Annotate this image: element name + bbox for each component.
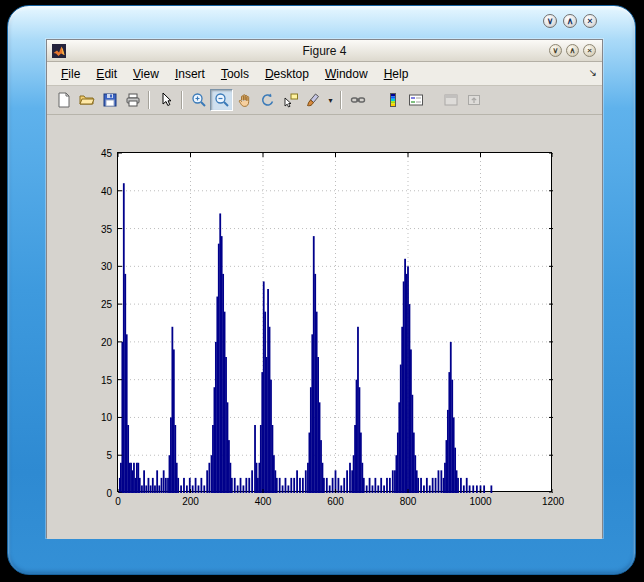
zoom-out-icon	[214, 92, 230, 108]
y-tick-label: 0	[106, 488, 112, 499]
insert-colorbar-icon	[385, 92, 401, 108]
y-tick-label: 35	[101, 223, 112, 234]
data-cursor-icon	[283, 92, 299, 108]
y-tick-label: 20	[101, 336, 112, 347]
y-tick-label: 25	[101, 299, 112, 310]
x-tick-label: 1000	[469, 496, 491, 507]
zoom-out-button[interactable]	[210, 89, 233, 111]
x-tick-label: 0	[115, 496, 121, 507]
menu-view[interactable]: View	[125, 64, 167, 84]
save-figure-icon	[102, 92, 118, 108]
matlab-figure-window: Figure 4 ∨ ∧ × File Edit View Insert Too…	[46, 39, 603, 538]
figure-toolbar: ▾	[47, 86, 602, 115]
hide-plot-tools-icon	[443, 92, 459, 108]
open-file-icon	[79, 92, 95, 108]
y-tick-label: 40	[101, 185, 112, 196]
frame-shade-button[interactable]: ∨	[543, 14, 557, 28]
x-tick-label: 800	[400, 496, 417, 507]
insert-legend-button[interactable]	[404, 89, 427, 111]
menu-file[interactable]: File	[53, 64, 88, 84]
minimize-button[interactable]: ∨	[549, 44, 562, 57]
x-tick-label: 200	[182, 496, 199, 507]
link-plot-icon	[350, 92, 366, 108]
figure-canvas: 020040060080010001200051015202530354045	[47, 115, 602, 539]
window-title: Figure 4	[47, 44, 602, 58]
frame-unshade-button[interactable]: ∧	[563, 14, 577, 28]
pan-button[interactable]	[233, 89, 256, 111]
open-file-button[interactable]	[75, 89, 98, 111]
brush-icon	[306, 92, 322, 108]
x-tick-label: 600	[327, 496, 344, 507]
menu-insert[interactable]: Insert	[167, 64, 213, 84]
desktop-window-frame: ∨ ∧ × Figure 4 ∨ ∧ × File Edit View Inse…	[7, 5, 636, 575]
maximize-button[interactable]: ∧	[566, 44, 579, 57]
dock-figure-button[interactable]	[462, 89, 485, 111]
new-figure-icon	[56, 92, 72, 108]
zoom-in-button[interactable]	[187, 89, 210, 111]
x-tick-label: 400	[255, 496, 272, 507]
menu-help[interactable]: Help	[376, 64, 417, 84]
toolbar-separator	[340, 91, 342, 109]
toolbar-separator	[181, 91, 183, 109]
menu-window[interactable]: Window	[317, 64, 376, 84]
y-tick-label: 45	[101, 148, 112, 159]
plot-axes[interactable]: 020040060080010001200051015202530354045	[117, 152, 552, 492]
menu-tools[interactable]: Tools	[213, 64, 257, 84]
close-button[interactable]: ×	[583, 44, 596, 57]
edit-plot-arrow-icon	[158, 92, 174, 108]
dock-figure-icon	[466, 92, 482, 108]
rotate-3d-icon	[260, 92, 276, 108]
new-figure-button[interactable]	[52, 89, 75, 111]
insert-legend-icon	[408, 92, 424, 108]
hide-plot-tools-button[interactable]	[439, 89, 462, 111]
save-figure-button[interactable]	[98, 89, 121, 111]
edit-plot-button[interactable]	[154, 89, 177, 111]
print-figure-button[interactable]	[121, 89, 144, 111]
brush-data-button[interactable]	[302, 89, 325, 111]
chart-bars	[118, 153, 553, 493]
frame-window-controls: ∨ ∧ ×	[543, 14, 597, 28]
titlebar[interactable]: Figure 4 ∨ ∧ ×	[47, 40, 602, 62]
x-tick-label: 1200	[542, 496, 564, 507]
print-figure-icon	[125, 92, 141, 108]
y-tick-label: 5	[106, 450, 112, 461]
zoom-in-icon	[191, 92, 207, 108]
y-tick-label: 10	[101, 412, 112, 423]
data-cursor-button[interactable]	[279, 89, 302, 111]
frame-close-button[interactable]: ×	[583, 14, 597, 28]
menu-overflow-arrow-icon[interactable]: ↘	[589, 67, 597, 78]
window-controls: ∨ ∧ ×	[549, 44, 596, 57]
insert-colorbar-button[interactable]	[381, 89, 404, 111]
menu-desktop[interactable]: Desktop	[257, 64, 317, 84]
menu-edit[interactable]: Edit	[88, 64, 125, 84]
rotate-3d-button[interactable]	[256, 89, 279, 111]
menubar: File Edit View Insert Tools Desktop Wind…	[47, 62, 602, 86]
link-plot-button[interactable]	[346, 89, 369, 111]
pan-hand-icon	[237, 92, 253, 108]
toolbar-separator	[148, 91, 150, 109]
y-tick-label: 15	[101, 374, 112, 385]
brush-dropdown-button[interactable]: ▾	[325, 89, 336, 111]
y-tick-label: 30	[101, 261, 112, 272]
